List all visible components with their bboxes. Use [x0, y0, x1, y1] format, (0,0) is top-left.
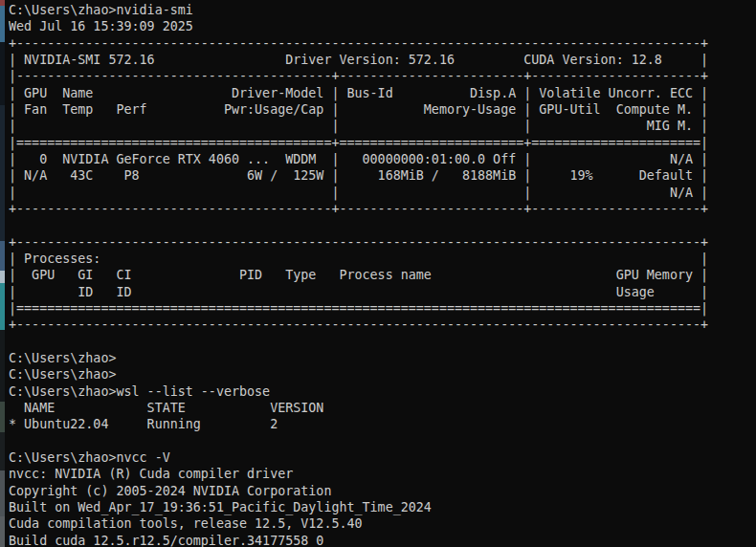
terminal-window[interactable]: C:\Users\zhao>nvidia-smi Wed Jul 16 15:3…	[5, 0, 756, 547]
nvcc-output-release-line: Cuda compilation tools, release 12.5, V1…	[9, 515, 756, 532]
blank-line-1	[9, 217, 756, 233]
gpu-table-header-row-3: | | | MIG M. |	[9, 118, 756, 134]
nvcc-output-copyright-line: Copyright (c) 2005-2024 NVIDIA Corporati…	[9, 483, 756, 499]
cmd-prompt-empty-1: C:\Users\zhao>	[9, 350, 756, 366]
cmd-prompt-wsl-list: C:\Users\zhao>wsl --list --verbose	[9, 383, 756, 400]
cmd-prompt-empty-2: C:\Users\zhao>	[9, 366, 756, 383]
processes-header-row-2: | ID ID Usage |	[9, 284, 756, 300]
processes-header-separator: |=======================================…	[9, 300, 756, 317]
nvcc-output-build-line: Build cuda_12.5.r12.5/compiler.34177558_…	[9, 533, 756, 547]
gpu-table-header-row-2: | Fan Temp Perf Pwr:Usage/Cap | Memory-U…	[9, 101, 756, 118]
gpu-table-version-row: | NVIDIA-SMI 572.16 Driver Version: 572.…	[9, 52, 756, 68]
gpu-table-divider: |---------------------------------------…	[9, 68, 756, 84]
wsl-distro-row: * Ubuntu22.04 Running 2	[9, 416, 756, 432]
gpu-data-row-2: | N/A 43C P8 6W / 125W | 168MiB / 8188Mi…	[9, 167, 756, 184]
gpu-table-border-top: +---------------------------------------…	[9, 35, 756, 52]
nvcc-output-built-line: Built on Wed_Apr_17_19:36:51_Pacific_Day…	[9, 499, 756, 515]
nvcc-output-driver-line: nvcc: NVIDIA (R) Cuda compiler driver	[9, 466, 756, 482]
cmd-prompt-nvidia-smi: C:\Users\zhao>nvidia-smi	[9, 2, 756, 18]
gpu-table-border-bottom: +---------------------------------------…	[9, 201, 756, 217]
blank-line-3	[9, 433, 756, 449]
gpu-data-row-3: | | | N/A |	[9, 185, 756, 201]
gpu-data-row-1: | 0 NVIDIA GeForce RTX 4060 ... WDDM | 0…	[9, 151, 756, 167]
processes-title-row: | Processes: |	[9, 251, 756, 267]
gpu-table-header-row-1: | GPU Name Driver-Model | Bus-Id Disp.A …	[9, 85, 756, 101]
blank-line-2	[9, 334, 756, 350]
processes-table-border-top: +---------------------------------------…	[9, 234, 756, 251]
processes-header-row-1: | GPU GI CI PID Type Process name GPU Me…	[9, 267, 756, 283]
gpu-table-header-separator: |=======================================…	[9, 135, 756, 151]
wsl-list-header-row: NAME STATE VERSION	[9, 400, 756, 416]
cmd-prompt-nvcc: C:\Users\zhao>nvcc -V	[9, 449, 756, 466]
processes-table-border-bottom: +---------------------------------------…	[9, 317, 756, 333]
nvidia-smi-timestamp: Wed Jul 16 15:39:09 2025	[9, 18, 756, 34]
